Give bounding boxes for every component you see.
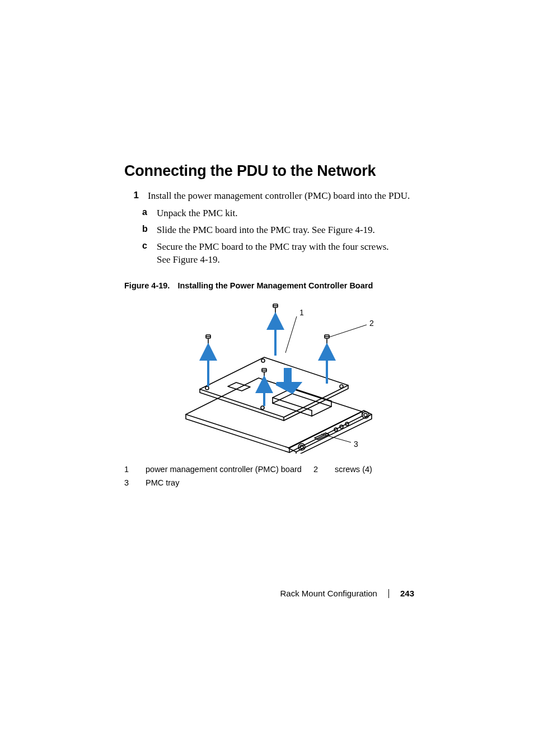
svg-point-7 (364, 413, 367, 417)
legend-index: 1 (124, 463, 146, 477)
substep-marker: a (142, 207, 154, 217)
figure-legend: 1 power management controller (PMC) boar… (124, 463, 415, 490)
svg-point-21 (261, 406, 264, 409)
page-footer: Rack Mount Configuration 243 (280, 589, 414, 598)
section-heading: Connecting the PDU to the Network (124, 162, 415, 180)
callout-3: 3 (354, 440, 358, 449)
substep-marker: b (142, 224, 154, 234)
procedure-list: 1 Install the power management controlle… (131, 190, 415, 267)
legend-index: 2 (313, 463, 335, 477)
legend-text: PMC tray (146, 476, 179, 490)
substep-text: Secure the PMC board to the PMC tray wit… (157, 241, 392, 267)
svg-line-40 (329, 325, 367, 337)
callout-1: 1 (299, 308, 304, 317)
substep-text: Slide the PMC board into the PMC tray. S… (157, 224, 392, 237)
substep-list: a Unpack the PMC kit. b Slide the PMC bo… (142, 207, 415, 267)
figure-title: Installing the Power Management Controll… (177, 281, 373, 290)
step-text: Install the power management controller … (148, 190, 411, 203)
figure-4-19: 1 2 3 (124, 297, 415, 454)
svg-marker-14 (273, 394, 331, 416)
step-number: 1 (131, 190, 146, 201)
substep-marker: c (142, 241, 154, 251)
substep-text: Unpack the PMC kit. (157, 207, 392, 220)
page-content: Connecting the PDU to the Network 1 Inst… (0, 0, 534, 756)
footer-section: Rack Mount Configuration (280, 589, 377, 598)
pmc-board-diagram-icon: 1 2 3 (147, 297, 393, 454)
legend-row: 3 PMC tray (124, 476, 415, 490)
svg-marker-1 (186, 378, 362, 448)
svg-line-15 (273, 398, 312, 410)
svg-point-20 (340, 385, 343, 388)
legend-text: screws (4) (335, 463, 372, 477)
figure-label: Figure 4-19. (124, 281, 170, 290)
substep-c: c Secure the PMC board to the PMC tray w… (142, 241, 415, 267)
page-number: 243 (400, 589, 414, 598)
substep-b: b Slide the PMC board into the PMC tray.… (142, 224, 415, 237)
legend-row: 1 power management controller (PMC) boar… (124, 463, 415, 477)
legend-index: 3 (124, 476, 146, 490)
svg-point-18 (205, 386, 209, 390)
callout-2: 2 (369, 319, 374, 328)
svg-line-39 (285, 316, 297, 353)
svg-point-19 (261, 359, 265, 362)
step-1: 1 Install the power management controlle… (131, 190, 415, 267)
legend-text: power management controller (PMC) board (146, 463, 313, 477)
substep-a: a Unpack the PMC kit. (142, 207, 415, 220)
svg-marker-38 (277, 370, 299, 392)
footer-separator (388, 589, 389, 598)
figure-caption: Figure 4-19. Installing the Power Manage… (124, 281, 415, 290)
